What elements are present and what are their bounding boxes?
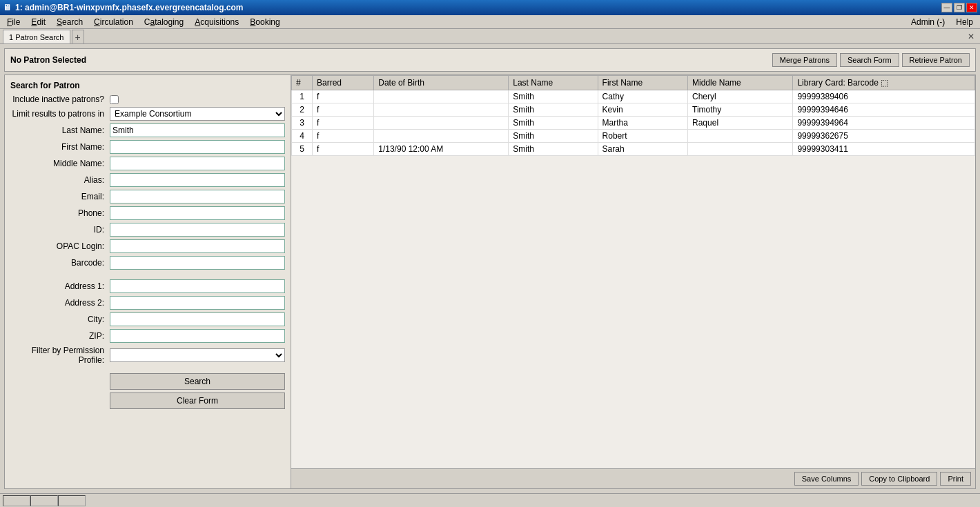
search-form-button[interactable]: Search Form (840, 53, 899, 67)
retrieve-patron-button[interactable]: Retrieve Patron (902, 53, 970, 67)
title-bar: 🖥 1: admin@BR1-winxpvmfx.phasefx.evergre… (0, 0, 980, 15)
merge-patrons-button[interactable]: Merge Patrons (772, 53, 837, 67)
print-button[interactable]: Print (940, 472, 971, 486)
address1-label: Address 1: (10, 281, 107, 291)
menu-search[interactable]: Search (51, 16, 88, 28)
cell-num: 1 (292, 90, 313, 103)
opac-login-row: OPAC Login: (10, 239, 285, 253)
body-area: Search for Patron Include inactive patro… (4, 74, 976, 489)
middle-name-row: Middle Name: (10, 157, 285, 170)
form-buttons: Search Clear Form (10, 373, 285, 409)
title-bar-controls: — ❐ ✕ (941, 3, 977, 12)
first-name-label: First Name: (10, 142, 107, 152)
tab-add-button[interactable]: + (72, 30, 84, 43)
address2-label: Address 2: (10, 298, 107, 308)
alias-input[interactable] (110, 173, 285, 187)
city-input[interactable] (110, 312, 285, 326)
tab-close-button[interactable]: ✕ (968, 32, 977, 41)
menu-cataloging[interactable]: Cataloging (139, 16, 189, 28)
search-button[interactable]: Search (110, 373, 285, 390)
email-row: Email: (10, 190, 285, 203)
copy-clipboard-button[interactable]: Copy to Clipboard (861, 472, 937, 486)
close-window-button[interactable]: ✕ (966, 3, 977, 12)
status-segment-3 (58, 495, 86, 506)
limit-results-select[interactable]: Example Consortium (110, 107, 285, 121)
col-barred: Barred (313, 76, 374, 90)
barcode-label: Barcode: (10, 258, 107, 268)
top-panel: No Patron Selected Merge Patrons Search … (4, 48, 976, 72)
menu-acquisitions[interactable]: Acquisitions (189, 16, 244, 28)
cell-middle_name (688, 130, 793, 143)
col-library-card: Library Card: Barcode ⬚ (793, 76, 975, 90)
barcode-input[interactable] (110, 256, 285, 270)
id-input[interactable] (110, 223, 285, 237)
menu-file[interactable]: File (1, 16, 26, 28)
col-first-name: First Name (598, 76, 687, 90)
search-form-title: Search for Patron (10, 81, 285, 90)
first-name-row: First Name: (10, 140, 285, 154)
cell-middle_name: Raquel (688, 117, 793, 130)
cell-dob (374, 130, 509, 143)
opac-login-label: OPAC Login: (10, 241, 107, 251)
middle-name-label: Middle Name: (10, 159, 107, 168)
include-inactive-label: Include inactive patrons? (10, 95, 107, 104)
cell-dob (374, 117, 509, 130)
email-input[interactable] (110, 190, 285, 203)
top-panel-buttons: Merge Patrons Search Form Retrieve Patro… (772, 53, 970, 67)
tab-patron-search[interactable]: 1 Patron Search (3, 30, 70, 43)
middle-name-input[interactable] (110, 157, 285, 170)
menu-edit[interactable]: Edit (26, 16, 51, 28)
phone-row: Phone: (10, 206, 285, 220)
limit-results-label: Limit results to patrons in (10, 109, 107, 119)
title-bar-left: 🖥 1: admin@BR1-winxpvmfx.phasefx.evergre… (3, 3, 243, 12)
last-name-label: Last Name: (10, 126, 107, 135)
cell-barred: f (313, 103, 374, 117)
search-panel: Search for Patron Include inactive patro… (5, 75, 291, 488)
minimize-button[interactable]: — (941, 3, 952, 12)
city-row: City: (10, 312, 285, 326)
cell-dob (374, 103, 509, 117)
cell-last_name: Smith (509, 143, 598, 156)
last-name-input[interactable] (110, 123, 285, 137)
col-middle-name: Middle Name (688, 76, 793, 90)
filter-permission-label: Filter by Permission Profile: (10, 346, 107, 365)
opac-login-input[interactable] (110, 239, 285, 253)
id-label: ID: (10, 225, 107, 235)
table-row[interactable]: 4fSmithRobert99999362675 (292, 130, 975, 143)
address1-input[interactable] (110, 279, 285, 293)
barcode-row: Barcode: (10, 256, 285, 270)
include-inactive-checkbox[interactable] (110, 95, 119, 104)
first-name-input[interactable] (110, 140, 285, 154)
save-columns-button[interactable]: Save Columns (794, 472, 859, 486)
table-row[interactable]: 3fSmithMarthaRaquel99999394964 (292, 117, 975, 130)
table-row[interactable]: 2fSmithKevinTimothy99999394646 (292, 103, 975, 117)
cell-middle_name (688, 143, 793, 156)
zip-input[interactable] (110, 329, 285, 343)
results-table: # Barred Date of Birth Last Name First N… (291, 75, 975, 156)
phone-label: Phone: (10, 208, 107, 218)
menu-help[interactable]: Help (950, 16, 979, 28)
menu-booking[interactable]: Booking (244, 16, 285, 28)
clear-form-button[interactable]: Clear Form (110, 392, 285, 409)
cell-barred: f (313, 130, 374, 143)
cell-first_name: Sarah (598, 143, 687, 156)
no-patron-label: No Patron Selected (10, 55, 86, 65)
app-icon: 🖥 (3, 3, 11, 12)
cell-first_name: Martha (598, 117, 687, 130)
address2-input[interactable] (110, 296, 285, 310)
tab-bar: 1 Patron Search + ✕ (0, 29, 980, 44)
table-header-row: # Barred Date of Birth Last Name First N… (292, 76, 975, 90)
cell-library_card: 99999394964 (793, 117, 975, 130)
table-row[interactable]: 1fSmithCathyCheryl99999389406 (292, 90, 975, 103)
cell-last_name: Smith (509, 90, 598, 103)
phone-input[interactable] (110, 206, 285, 220)
cell-dob: 1/13/90 12:00 AM (374, 143, 509, 156)
expand-icon: ⬚ (881, 78, 888, 88)
restore-button[interactable]: ❐ (954, 3, 965, 12)
menu-circulation[interactable]: Circulation (88, 16, 139, 28)
cell-library_card: 99999389406 (793, 90, 975, 103)
table-row[interactable]: 5f1/13/90 12:00 AMSmithSarah99999303411 (292, 143, 975, 156)
address2-row: Address 2: (10, 296, 285, 310)
menu-admin[interactable]: Admin (-) (905, 16, 950, 28)
filter-permission-select[interactable] (110, 348, 285, 362)
